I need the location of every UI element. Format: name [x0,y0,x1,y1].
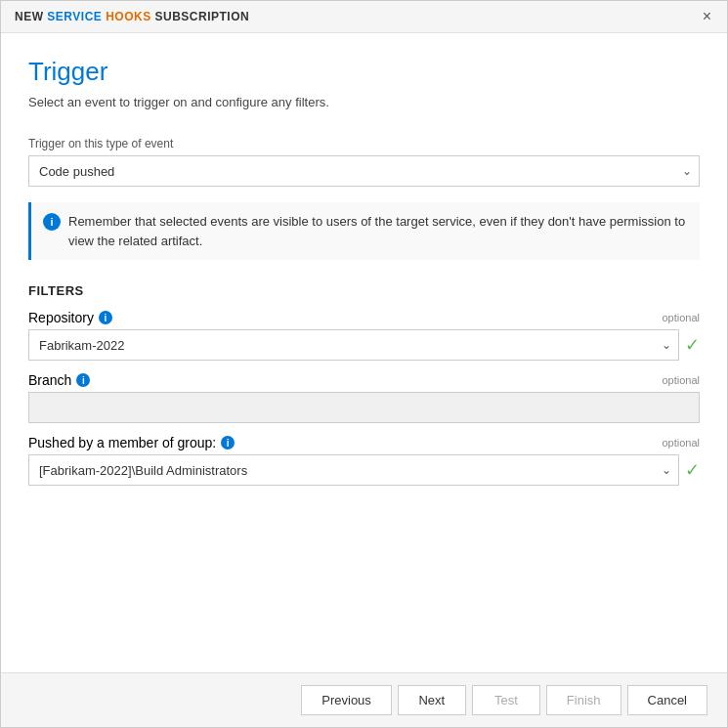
branch-filter: Branch i optional [28,372,700,423]
next-button[interactable]: Next [398,685,466,715]
repository-filter-header: Repository i optional [28,310,700,325]
repository-optional: optional [662,312,700,323]
branch-label-group: Branch i [28,372,90,388]
trigger-label: Trigger on this type of event [28,137,700,150]
trigger-field: Trigger on this type of event Code pushe… [28,137,700,187]
info-box: i Remember that selected events are visi… [28,202,700,260]
dialog-footer: Previous Next Test Finish Cancel [1,672,727,727]
branch-input[interactable] [28,392,700,423]
finish-button[interactable]: Finish [546,685,621,715]
pushed-by-optional: optional [662,437,700,449]
title-sub: SUBSCRIPTION [155,10,250,23]
dialog-header: NEW SERVICE HOOKS SUBSCRIPTION × [1,1,727,33]
title-service: SERVICE [47,10,106,23]
close-button[interactable]: × [701,9,713,24]
pushed-by-checkmark: ✓ [685,459,700,481]
repository-label: Repository [28,310,94,325]
dialog: NEW SERVICE HOOKS SUBSCRIPTION × Trigger… [0,0,728,728]
repository-select[interactable]: Fabrikam-2022 [28,329,679,361]
repository-info-icon: i [99,311,112,324]
pushed-by-label-group: Pushed by a member of group: i [28,435,235,450]
page-title: Trigger [28,57,700,87]
branch-label: Branch [28,372,71,388]
info-icon: i [43,213,61,231]
dialog-content: Trigger Select an event to trigger on an… [1,33,727,672]
filters-section: FILTERS Repository i optional Fabrikam-2… [28,283,700,486]
branch-filter-header: Branch i optional [28,372,700,388]
title-new: NEW [15,10,47,23]
repository-filter: Repository i optional Fabrikam-2022 ⌄ ✓ [28,310,700,361]
pushed-by-filter: Pushed by a member of group: i optional … [28,435,700,486]
cancel-button[interactable]: Cancel [627,685,707,715]
pushed-by-info-icon: i [221,436,235,450]
pushed-by-select-row: [Fabrikam-2022]\Build Administrators ⌄ ✓ [28,454,700,486]
test-button[interactable]: Test [472,685,540,715]
pushed-by-select-wrapper: [Fabrikam-2022]\Build Administrators ⌄ [28,454,679,486]
title-hooks: HOOKS [106,10,154,23]
repository-checkmark: ✓ [685,334,700,356]
branch-info-icon: i [76,373,90,387]
repository-select-wrapper: Fabrikam-2022 ⌄ [28,329,679,361]
trigger-select[interactable]: Code pushed [28,155,700,187]
info-message: Remember that selected events are visibl… [68,212,688,250]
branch-optional: optional [662,374,700,386]
repository-select-row: Fabrikam-2022 ⌄ ✓ [28,329,700,361]
pushed-by-filter-header: Pushed by a member of group: i optional [28,435,700,450]
filters-label: FILTERS [28,283,700,298]
trigger-select-wrapper: Code pushed ⌄ [28,155,700,187]
page-subtitle: Select an event to trigger on and config… [28,95,700,109]
dialog-header-title: NEW SERVICE HOOKS SUBSCRIPTION [15,10,249,23]
repository-label-group: Repository i [28,310,112,325]
pushed-by-select[interactable]: [Fabrikam-2022]\Build Administrators [28,454,679,486]
pushed-by-label: Pushed by a member of group: [28,435,216,450]
previous-button[interactable]: Previous [301,685,392,715]
